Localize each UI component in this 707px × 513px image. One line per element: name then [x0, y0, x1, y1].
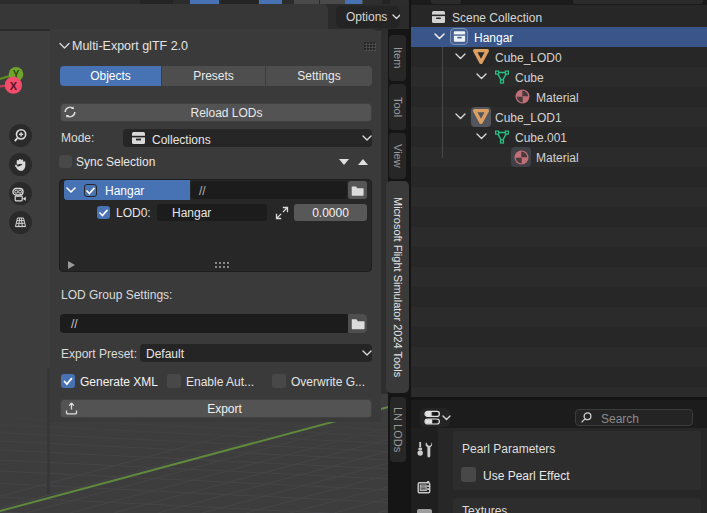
svg-text:X: X: [10, 80, 18, 92]
